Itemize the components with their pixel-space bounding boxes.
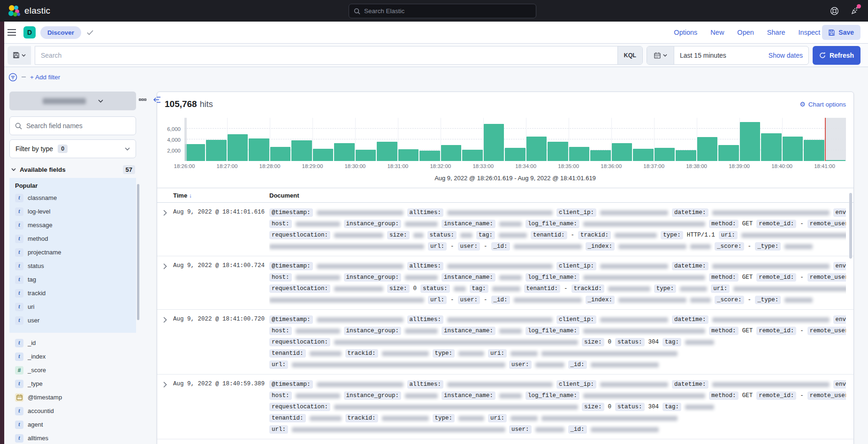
histogram-bar[interactable] <box>633 149 653 161</box>
histogram-bar[interactable] <box>291 140 312 161</box>
field-item-classname[interactable]: tclassname <box>14 191 131 205</box>
field-item-message[interactable]: tmessage <box>14 218 131 232</box>
field-item-_score[interactable]: #_score <box>14 363 131 377</box>
table-scrollbar[interactable] <box>849 193 852 259</box>
saved-query-menu-button[interactable] <box>8 46 31 65</box>
field-search-input[interactable]: Search field names <box>9 116 136 135</box>
field-item-projectname[interactable]: tprojectname <box>14 245 131 259</box>
expand-row-button[interactable] <box>157 314 173 370</box>
field-item-tag[interactable]: ttag <box>14 273 131 286</box>
histogram-bar[interactable] <box>249 138 269 161</box>
histogram-bar[interactable] <box>676 150 696 161</box>
field-item-_index[interactable]: t_index <box>14 350 131 363</box>
redacted-value <box>608 286 650 291</box>
filter-icon[interactable] <box>8 73 17 82</box>
field-item-accountid[interactable]: taccountid <box>14 404 131 418</box>
field-item-alltimes[interactable]: talltimes <box>14 431 131 444</box>
histogram-bar[interactable] <box>441 145 461 161</box>
nav-link-open[interactable]: Open <box>737 29 754 36</box>
collapse-sidebar-icon[interactable] <box>153 97 161 103</box>
field-item-uri[interactable]: turi <box>14 300 131 314</box>
field-badge: client_ip: <box>556 315 596 324</box>
histogram-bar[interactable] <box>398 149 419 161</box>
histogram-bar[interactable] <box>356 150 376 161</box>
nav-link-inspect[interactable]: Inspect <box>799 29 821 36</box>
histogram-bar[interactable] <box>526 137 547 161</box>
histogram-bar[interactable] <box>697 137 717 161</box>
time-column-header[interactable]: Time ↓ <box>173 192 269 199</box>
help-icon[interactable] <box>830 7 839 15</box>
data-view-selector[interactable] <box>9 92 136 110</box>
histogram-bar[interactable] <box>740 122 760 161</box>
field-badge: _type: <box>755 242 781 251</box>
histogram-bar[interactable] <box>590 150 610 161</box>
histogram-bar[interactable] <box>462 150 482 161</box>
histogram-bar[interactable] <box>270 147 290 161</box>
query-input-placeholder: Search <box>35 52 617 59</box>
histogram-bar[interactable] <box>206 140 226 161</box>
expand-row-button[interactable] <box>157 379 173 435</box>
histogram-bar[interactable] <box>484 124 504 161</box>
histogram-bar[interactable] <box>505 148 525 161</box>
add-filter-button[interactable]: + Add filter <box>30 74 60 81</box>
elastic-logo-icon <box>8 5 20 17</box>
sidebar-scrollbar[interactable] <box>137 184 139 320</box>
field-badge: @timestamp: <box>269 315 313 324</box>
field-item-user[interactable]: tuser <box>14 314 131 327</box>
field-item-method[interactable]: tmethod <box>14 232 131 245</box>
nav-link-new[interactable]: New <box>710 29 724 36</box>
histogram-bar[interactable] <box>718 145 739 161</box>
show-dates-button[interactable]: Show dates <box>769 52 808 59</box>
time-range-value[interactable]: Last 15 minutes <box>674 52 769 59</box>
histogram-bar[interactable] <box>228 134 248 161</box>
expand-row-button[interactable] <box>157 207 173 252</box>
field-item-@timestamp[interactable]: @timestamp <box>14 390 131 404</box>
nav-link-options[interactable]: Options <box>674 29 697 36</box>
redacted-value <box>615 233 657 238</box>
global-search-input[interactable]: Search Elastic <box>349 4 536 18</box>
nav-link-share[interactable]: Share <box>767 29 785 36</box>
filter-by-type-button[interactable]: Filter by type 0 <box>9 139 136 158</box>
field-item-log-level[interactable]: tlog-level <box>14 205 131 218</box>
histogram-bar[interactable] <box>804 140 824 161</box>
histogram-bar[interactable] <box>783 137 803 161</box>
menu-icon[interactable] <box>8 29 16 36</box>
histogram-bar[interactable] <box>612 143 632 161</box>
elastic-logo[interactable]: elastic <box>8 5 50 17</box>
field-settings-icon[interactable] <box>139 99 146 101</box>
whats-new-icon[interactable] <box>850 6 860 15</box>
histogram-bar[interactable] <box>313 149 333 161</box>
histogram-plot-area[interactable]: 2,0004,0006,000 <box>184 118 846 161</box>
query-input[interactable]: Search KQL <box>35 46 643 65</box>
field-item-_type[interactable]: t_type <box>14 377 131 390</box>
field-item-trackid[interactable]: ttrackid <box>14 286 131 300</box>
histogram-bar[interactable] <box>419 151 440 161</box>
histogram-bar[interactable] <box>655 148 675 161</box>
histogram-bar[interactable] <box>185 144 205 161</box>
field-item-status[interactable]: tstatus <box>14 259 131 273</box>
redacted-value <box>712 264 830 269</box>
save-button[interactable]: Save <box>822 25 860 40</box>
row-timestamp: Aug 9, 2022 @ 18:41:01.616 <box>173 207 269 252</box>
field-badge: size: <box>387 231 410 239</box>
histogram-bar[interactable] <box>548 142 568 161</box>
histogram-bar[interactable] <box>334 143 354 161</box>
breadcrumb[interactable]: Discover <box>40 26 81 39</box>
x-axis-tick-label: 18:41:00 <box>814 163 835 169</box>
histogram-bar[interactable] <box>761 133 781 161</box>
global-search-placeholder: Search Elastic <box>364 8 404 15</box>
kql-language-button[interactable]: KQL <box>617 46 642 64</box>
field-item-agent[interactable]: tagent <box>14 418 131 431</box>
histogram-bar[interactable] <box>569 147 589 161</box>
date-quick-select-button[interactable] <box>647 46 674 64</box>
available-fields-header[interactable]: Available fields 57 <box>11 165 135 174</box>
refresh-button[interactable]: Refresh <box>813 46 860 65</box>
expand-row-button[interactable] <box>157 260 173 306</box>
app-initial-badge[interactable]: D <box>23 26 36 38</box>
chart-options-button[interactable]: ⚙ Chart options <box>799 101 846 108</box>
field-item-_id[interactable]: t_id <box>14 336 131 350</box>
histogram-bar[interactable] <box>377 142 397 161</box>
y-axis-tick-label: 6,000 <box>158 126 181 132</box>
field-badge: uri: <box>488 349 507 358</box>
field-value: - <box>484 297 487 303</box>
